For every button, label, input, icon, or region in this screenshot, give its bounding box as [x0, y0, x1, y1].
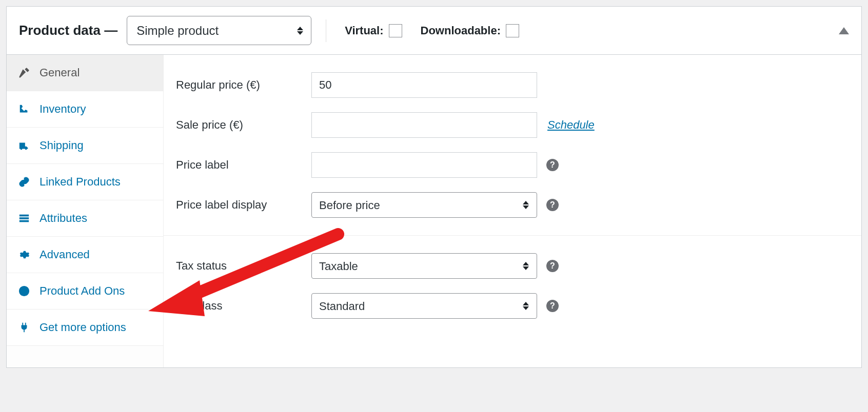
truck-icon: [18, 139, 30, 152]
sale-price-input[interactable]: [311, 112, 537, 138]
price-label-display-select-wrap: Before price: [311, 192, 537, 218]
virtual-checkbox[interactable]: [389, 24, 402, 37]
tax-status-row: Tax status Taxable ?: [164, 246, 861, 286]
tab-shipping[interactable]: Shipping: [7, 128, 163, 164]
collapse-toggle[interactable]: [839, 27, 849, 34]
tab-addons-label: Product Add Ons: [40, 284, 125, 298]
tax-class-select[interactable]: Standard: [311, 293, 537, 319]
product-data-panel: Product data — Simple product Virtual: D…: [6, 6, 862, 368]
product-type-select-wrap: Simple product: [127, 16, 311, 45]
inventory-icon: [18, 103, 30, 115]
plug-icon: [18, 321, 30, 334]
tab-linked-products[interactable]: Linked Products: [7, 164, 163, 200]
svg-rect-2: [19, 220, 29, 222]
help-icon[interactable]: ?: [546, 159, 559, 171]
tabs-sidebar: General Inventory Shipping Linked Produc…: [7, 55, 164, 367]
plus-circle-icon: [18, 285, 30, 297]
tab-more-label: Get more options: [40, 321, 126, 334]
price-label-row: Price label ?: [164, 145, 861, 185]
tab-attributes[interactable]: Attributes: [7, 200, 163, 237]
panel-title: Product data —: [19, 23, 117, 38]
tab-product-addons[interactable]: Product Add Ons: [7, 273, 163, 310]
price-label-display-row: Price label display Before price ?: [164, 185, 861, 225]
tab-general[interactable]: General: [7, 55, 163, 91]
content-area: Regular price (€) Sale price (€) Schedul…: [164, 55, 861, 367]
tax-status-select[interactable]: Taxable: [311, 253, 537, 279]
tax-status-label: Tax status: [176, 259, 311, 273]
regular-price-label: Regular price (€): [176, 78, 311, 92]
schedule-link[interactable]: Schedule: [547, 118, 595, 132]
link-icon: [18, 176, 30, 188]
downloadable-label: Downloadable:: [421, 24, 501, 37]
svg-rect-1: [19, 217, 29, 219]
tab-get-more[interactable]: Get more options: [7, 310, 163, 346]
panel-body: General Inventory Shipping Linked Produc…: [7, 55, 861, 367]
help-icon[interactable]: ?: [546, 199, 559, 211]
tab-inventory[interactable]: Inventory: [7, 91, 163, 128]
gear-icon: [18, 249, 30, 261]
triangle-up-icon: [839, 27, 849, 34]
downloadable-checkbox-wrap[interactable]: Downloadable:: [421, 24, 519, 37]
downloadable-checkbox[interactable]: [506, 24, 519, 37]
header-checkboxes: Virtual: Downloadable:: [345, 24, 519, 37]
product-type-select[interactable]: Simple product: [127, 16, 311, 45]
regular-price-input[interactable]: [311, 72, 537, 98]
list-icon: [18, 212, 30, 224]
tab-advanced-label: Advanced: [40, 248, 90, 261]
virtual-checkbox-wrap[interactable]: Virtual:: [345, 24, 402, 37]
svg-rect-0: [19, 215, 29, 217]
tab-linked-label: Linked Products: [40, 175, 121, 189]
sale-price-row: Sale price (€) Schedule: [164, 105, 861, 145]
help-icon[interactable]: ?: [546, 300, 559, 312]
tax-class-row: Tax class Standard ?: [164, 286, 861, 326]
panel-header: Product data — Simple product Virtual: D…: [7, 7, 861, 55]
price-label-input[interactable]: [311, 152, 537, 178]
tax-status-select-wrap: Taxable: [311, 253, 537, 279]
tax-class-select-wrap: Standard: [311, 293, 537, 319]
tab-attributes-label: Attributes: [40, 212, 87, 225]
help-icon[interactable]: ?: [546, 260, 559, 272]
price-label-label: Price label: [176, 158, 311, 172]
sale-price-label: Sale price (€): [176, 118, 311, 132]
tab-shipping-label: Shipping: [40, 139, 84, 152]
price-label-display-label: Price label display: [176, 198, 311, 212]
tax-class-label: Tax class: [176, 299, 311, 313]
tab-general-label: General: [40, 66, 80, 79]
header-divider: [326, 19, 326, 42]
tax-section: Tax status Taxable ? Tax class Standard: [164, 236, 861, 336]
price-label-display-select[interactable]: Before price: [311, 192, 537, 218]
tab-inventory-label: Inventory: [40, 102, 86, 116]
virtual-label: Virtual:: [345, 24, 383, 37]
pricing-section: Regular price (€) Sale price (€) Schedul…: [164, 55, 861, 236]
tab-advanced[interactable]: Advanced: [7, 237, 163, 273]
regular-price-row: Regular price (€): [164, 65, 861, 105]
wrench-icon: [18, 67, 30, 79]
